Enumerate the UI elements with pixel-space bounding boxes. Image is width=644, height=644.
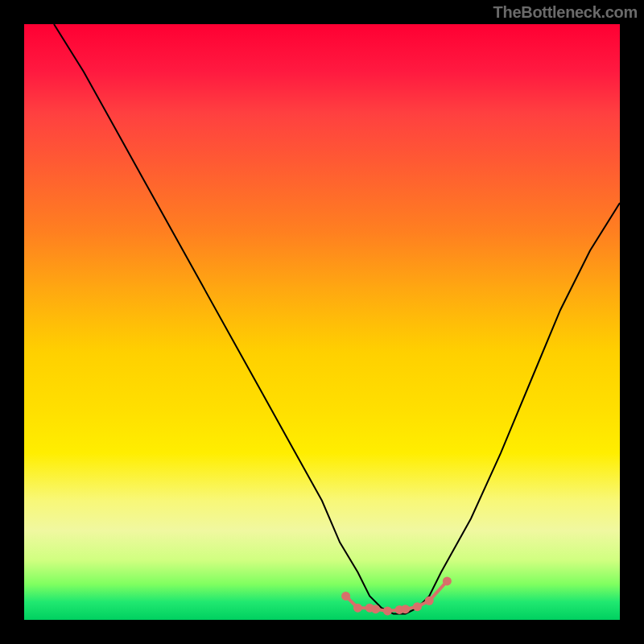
scatter-point [383, 606, 392, 615]
scatter-point [353, 604, 362, 613]
chart-container: TheBottleneck.com [0, 0, 644, 644]
scatter-point [341, 592, 350, 601]
scatter-point [413, 602, 422, 611]
chart-svg [24, 24, 620, 620]
scatter-point [401, 605, 410, 613]
watermark-text: TheBottleneck.com [493, 3, 638, 22]
scatter-point [443, 576, 452, 585]
scatter-point [371, 605, 380, 613]
scatter-point [425, 597, 434, 605]
main-curve [54, 24, 620, 614]
scatter-points [341, 576, 452, 615]
plot-area [24, 24, 620, 620]
